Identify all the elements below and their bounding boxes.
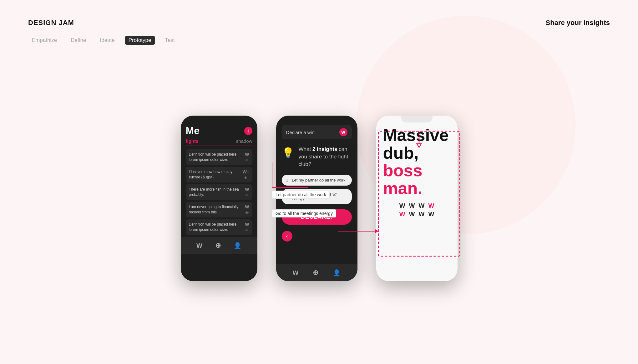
eye-icon[interactable]: 👁 (245, 211, 249, 215)
w-row-2: W W W W (399, 211, 434, 218)
profile-icon[interactable]: 👤 (234, 242, 241, 249)
phone-notch (401, 116, 433, 122)
w-grid: W W W W W W W W (383, 202, 451, 218)
phone-notch (301, 116, 332, 122)
w-item: W (419, 202, 425, 209)
insight-2-text: Go to all the meetings w/ energy (292, 192, 347, 201)
bulb-icon: 💡 (282, 147, 294, 159)
header: DESIGN JAM Share your insights (28, 19, 610, 27)
w-item-pink: W (428, 202, 434, 209)
list-item: I am never going to financially recover … (186, 202, 252, 217)
phone-1-bottom-bar: W ⊕ 👤 (181, 237, 257, 254)
w-badge: W (245, 204, 249, 209)
declare-header: Declare a win! W (282, 125, 352, 139)
eye-icon[interactable]: 👁 (244, 176, 248, 180)
home-icon[interactable]: W (293, 269, 299, 277)
massive-text: Massive dub, boss man. (383, 126, 451, 197)
add-icon[interactable]: ⊕ (313, 269, 318, 277)
w-item: W (409, 211, 415, 218)
section-tabs: fights shadow (186, 138, 252, 146)
main-content: Me i fights shadow Definition will be pl… (28, 52, 610, 345)
question-text: What 2 insights can you share to the fig… (299, 146, 352, 168)
list-item: Definition will be placed here lorem ips… (186, 149, 252, 165)
phone-3-mockup: Massive dub, boss man. W W W W W W W W (376, 116, 458, 281)
eye-icon[interactable]: 👁 (245, 193, 249, 197)
line-massive: Massive (383, 126, 449, 144)
item-text: There are more fish in the sea probably. (189, 187, 243, 197)
item-controls: W 👁 (245, 204, 249, 215)
w-item-pink: W (399, 211, 405, 218)
list-item: I'll never know how to play euchre (& gp… (186, 167, 252, 182)
home-icon[interactable]: W (196, 242, 202, 249)
w-item: W (428, 211, 434, 218)
tab-define[interactable]: Define (67, 36, 90, 45)
fights-tab[interactable]: fights (186, 138, 199, 144)
add-icon[interactable]: ⊕ (215, 242, 221, 250)
shadow-tab[interactable]: shadow (236, 138, 252, 144)
profile-icon[interactable]: 👤 (333, 269, 341, 277)
item-text: I am never going to financially recover … (189, 204, 243, 215)
insight-1-text: Let my partner do all the work (292, 178, 345, 182)
list-item: There are more fish in the sea probably.… (186, 184, 252, 200)
phone-3-content: Massive dub, boss man. W W W W W W W W (376, 116, 458, 218)
line-man: man. (383, 179, 423, 197)
declare-header-text: Declare a win! (286, 130, 316, 135)
w-badge: W (245, 152, 249, 157)
share-insights-title: Share your insights (546, 19, 610, 27)
line-dub: dub, (383, 143, 419, 162)
w-item: W (409, 202, 415, 209)
phone-2-bottom-bar: W ⊕ 👤 (276, 264, 357, 281)
item-text: Definition will be placed here lorem ips… (189, 152, 243, 162)
w-row-1: W W W W (399, 202, 434, 209)
w-badge: W (245, 187, 249, 192)
item-controls: W 👁 (245, 222, 249, 232)
logo: DESIGN JAM (28, 19, 74, 27)
nav-tabs: Empathize Define Ideate Prototype Test (28, 36, 179, 45)
insight-1-num: 1. (286, 178, 290, 182)
w-badge: W (245, 222, 249, 227)
item-text: Definition will be placed here lorem ips… (189, 222, 243, 232)
me-header: Me i (186, 125, 252, 137)
insight-2-num: 2. (286, 194, 290, 199)
item-controls: W 👁 (245, 187, 249, 197)
info-badge[interactable]: i (244, 127, 252, 135)
me-title: Me (186, 125, 200, 137)
eye-icon[interactable]: 👁 (245, 158, 249, 162)
item-controls: W– 👁 (243, 169, 249, 180)
tab-prototype[interactable]: Prototype (125, 36, 155, 45)
tab-empathize[interactable]: Empathize (28, 36, 61, 45)
item-controls: W 👁 (245, 152, 249, 162)
line-boss: boss (383, 161, 423, 180)
declare-button[interactable]: DECLARE! (282, 209, 352, 225)
phone-2-mockup: Declare a win! W 💡 What 2 insights can y… (276, 116, 357, 281)
item-text: I'll never know how to play euchre (& gp… (189, 169, 240, 180)
eye-icon[interactable]: 👁 (245, 228, 249, 232)
insight-2-input[interactable]: 2. Go to all the meetings w/ energy (282, 189, 352, 204)
phone-1-content: Me i fights shadow Definition will be pl… (181, 116, 257, 235)
w-badge: W– (243, 169, 249, 174)
phone-1-mockup: Me i fights shadow Definition will be pl… (181, 116, 257, 281)
phone-2-content: Declare a win! W 💡 What 2 insights can y… (276, 116, 357, 242)
list-item: Definition will be placed here lorem ips… (186, 219, 252, 235)
phone-notch (203, 116, 235, 122)
w-item: W (399, 202, 405, 209)
w-circle-icon: W (339, 128, 347, 136)
insight-1-input[interactable]: 1. Let my partner do all the work (282, 175, 352, 186)
w-item: W (419, 211, 425, 218)
back-button[interactable]: ‹ (282, 231, 292, 242)
tab-test[interactable]: Test (161, 36, 179, 45)
declare-question-section: 💡 What 2 insights can you share to the f… (282, 146, 352, 168)
tab-ideate[interactable]: Ideate (96, 36, 118, 45)
